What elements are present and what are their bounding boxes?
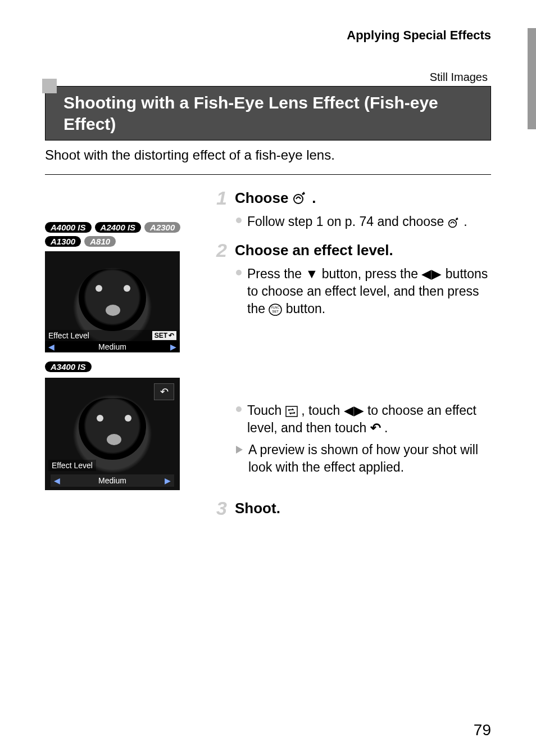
model-tag: A3400 IS <box>45 361 92 372</box>
step-3: 3 Shoot. <box>210 499 491 518</box>
divider <box>45 174 491 175</box>
step-1: 1 Choose . <box>210 188 491 207</box>
right-arrow-icon[interactable]: ▶ <box>165 476 171 485</box>
step-title: Shoot. <box>235 499 280 518</box>
svg-rect-5 <box>286 406 297 417</box>
step-title-text: Choose <box>235 189 288 207</box>
bullet-dot-icon <box>236 218 242 223</box>
effect-level-label: Effect Level <box>48 460 96 471</box>
intro-text: Shoot with the distorting effect of a fi… <box>45 147 491 163</box>
step-1-bullets: Follow step 1 on p. 74 and choose . <box>236 213 491 230</box>
preview-subject <box>107 434 121 445</box>
page-number: 79 <box>474 721 491 739</box>
func-set-icon: FUNCSET <box>269 303 282 316</box>
bullet: Follow step 1 on p. 74 and choose . <box>236 213 491 230</box>
step-title-text: . <box>312 189 316 207</box>
model-tag: A1300 <box>45 236 81 247</box>
effect-level-value: Medium <box>98 342 126 351</box>
bullet-text: Follow step 1 on p. 74 and choose . <box>247 213 467 230</box>
bullet-dot-icon <box>236 270 242 275</box>
fisheye-mode-icon <box>293 191 307 205</box>
right-column: 1 Choose . Follow step 1 on p. 74 and ch… <box>210 188 491 523</box>
bullet-text: Touch , touch ◀▶ to choose an effect lev… <box>247 402 491 437</box>
down-arrow-icon: ▼ <box>306 266 319 281</box>
fisheye-mode-icon <box>448 216 460 229</box>
bullet-text: Press the ▼ button, press the ◀▶ buttons… <box>247 265 491 318</box>
bullet: A preview is shown of how your shot will… <box>236 441 491 476</box>
model-tag-group-1: A4000 IS A2400 IS A2300 A1300 A810 <box>45 222 197 247</box>
left-arrow-icon[interactable]: ◀ <box>54 476 60 485</box>
model-tag: A2400 IS <box>95 222 142 233</box>
step-2-touch-bullets: Touch , touch ◀▶ to choose an effect lev… <box>236 402 491 476</box>
edge-tab <box>528 28 536 129</box>
effect-level-value: Medium <box>98 476 126 485</box>
svg-point-1 <box>448 220 456 228</box>
left-arrow-icon: ◀ <box>48 342 54 351</box>
svg-text:SET: SET <box>272 310 279 313</box>
model-tag-group-2: A3400 IS <box>45 361 197 372</box>
lcd-preview-2: ↶ Effect Level ◀ Medium ▶ <box>45 378 180 490</box>
left-right-arrow-icon: ◀▶ <box>344 403 364 418</box>
model-tag: A2300 <box>144 222 180 233</box>
preview-subject <box>97 415 103 422</box>
svg-text:FUNC: FUNC <box>271 306 279 309</box>
text: button. <box>286 301 325 316</box>
content-columns: A4000 IS A2400 IS A2300 A1300 A810 Effec… <box>45 188 491 523</box>
bullet: Touch , touch ◀▶ to choose an effect lev… <box>236 402 491 437</box>
back-icon: ↶ <box>169 332 174 339</box>
step-number: 3 <box>210 499 227 518</box>
set-label: SET <box>155 332 167 339</box>
step-2: 2 Choose an effect level. <box>210 241 491 260</box>
text: Follow step 1 on p. 74 and choose <box>247 214 448 229</box>
left-column: A4000 IS A2400 IS A2300 A1300 A810 Effec… <box>45 188 197 523</box>
step-title: Choose . <box>235 188 316 207</box>
step-2-bullets: Press the ▼ button, press the ◀▶ buttons… <box>236 265 491 318</box>
bullet: Press the ▼ button, press the ◀▶ buttons… <box>236 265 491 318</box>
svg-point-0 <box>294 194 303 203</box>
lcd-preview-1: Effect Level SET ↶ ◀ Medium ▶ <box>45 251 180 352</box>
preview-subject <box>96 285 102 292</box>
preview-subject <box>125 415 131 422</box>
preview-subject <box>106 305 120 316</box>
back-button[interactable]: ↶ <box>154 383 174 400</box>
set-back-indicator: SET ↶ <box>152 331 176 340</box>
lcd-overlay: Effect Level SET ↶ ◀ Medium ▶ <box>45 330 180 352</box>
page: Applying Special Effects Still Images Sh… <box>0 0 536 756</box>
text: Touch <box>247 403 285 418</box>
left-right-arrow-icon: ◀▶ <box>421 266 442 281</box>
right-arrow-icon: ▶ <box>170 342 176 351</box>
model-tag: A810 <box>84 236 116 247</box>
page-title: Shooting with a Fish-Eye Lens Effect (Fi… <box>45 86 491 141</box>
preview-subject <box>124 285 130 292</box>
mode-label: Still Images <box>45 71 491 84</box>
step-number: 2 <box>210 241 227 260</box>
text: button, press the <box>322 266 422 281</box>
effect-level-label: Effect Level <box>48 331 89 340</box>
result-arrow-icon <box>236 446 243 454</box>
text: , touch <box>301 403 343 418</box>
step-number: 1 <box>210 188 227 207</box>
header-section: Applying Special Effects <box>45 28 491 43</box>
menu-swap-icon <box>285 406 298 417</box>
text: . <box>384 420 388 435</box>
effect-level-slider[interactable]: ◀ Medium ▶ <box>51 474 174 487</box>
bullet-dot-icon <box>236 406 242 412</box>
text: Press the <box>247 266 306 281</box>
bullet-text: A preview is shown of how your shot will… <box>248 441 491 476</box>
back-icon: ↶ <box>370 420 381 435</box>
text: . <box>464 214 467 229</box>
step-title: Choose an effect level. <box>235 241 393 260</box>
model-tag: A4000 IS <box>45 222 92 233</box>
